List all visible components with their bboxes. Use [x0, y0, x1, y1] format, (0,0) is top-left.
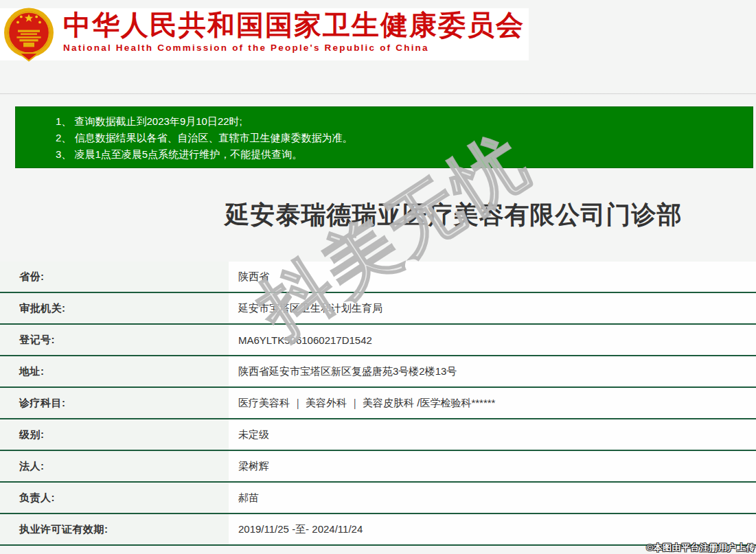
- table-row-legal-person: 法人: 梁树辉: [0, 451, 756, 483]
- field-label: 地址:: [0, 356, 229, 386]
- field-value: 陕西省延安市宝塔区新区复盛唐苑3号楼2楼13号: [229, 356, 756, 386]
- table-row-registration-number: 登记号: MA6YLTK5061060217D1542: [0, 325, 756, 356]
- field-value: 未定级: [229, 419, 756, 450]
- field-value: 郝苗: [229, 483, 756, 513]
- notice-item-2: 2、 信息数据结果以各省、自治区、直辖市卫生健康委数据为准。: [56, 130, 746, 146]
- field-value: 梁树辉: [229, 451, 756, 481]
- notice-item-3: 3、 凌晨1点至凌晨5点系统进行维护，不能提供查询。: [56, 146, 746, 163]
- field-value: MA6YLTK5061060217D1542: [229, 325, 756, 355]
- table-row-address: 地址: 陕西省延安市宝塔区新区复盛唐苑3号楼2楼13号: [0, 356, 756, 388]
- national-emblem-icon: [1, 7, 56, 62]
- field-value: 2019/11/25 -至- 2024/11/24: [229, 514, 756, 544]
- field-label: 级别:: [0, 419, 229, 450]
- field-label: 登记号:: [0, 325, 229, 355]
- table-row-license-validity: 执业许可证有效期: 2019/11/25 -至- 2024/11/24: [0, 514, 756, 546]
- field-value: 陕西省: [229, 262, 756, 292]
- site-title-en: National Health Commission of the People…: [63, 43, 525, 53]
- notice-box: 1、 查询数据截止到2023年9月10日22时; 2、 信息数据结果以各省、自治…: [15, 106, 753, 168]
- site-header: 中华人民共和国国家卫生健康委员会 National Health Commiss…: [0, 8, 529, 60]
- table-row-level: 级别: 未定级: [0, 419, 756, 451]
- field-label: 审批机关:: [0, 293, 229, 323]
- field-label: 执业许可证有效期:: [0, 514, 229, 544]
- institution-name: 延安泰瑞德瑞亚医疗美容有限公司门诊部: [0, 198, 756, 232]
- field-label: 省份:: [0, 262, 229, 292]
- header-divider: [0, 93, 756, 95]
- site-title-cn: 中华人民共和国国家卫生健康委员会: [63, 9, 525, 41]
- field-label: 法人:: [0, 451, 229, 481]
- page: 中华人民共和国国家卫生健康委员会 National Health Commiss…: [0, 0, 756, 554]
- table-row-approval-authority: 审批机关: 延安市宝塔区卫生和计划生育局: [0, 293, 756, 325]
- table-row-person-in-charge: 负责人: 郝苗: [0, 483, 756, 514]
- info-table: 省份: 陕西省 审批机关: 延安市宝塔区卫生和计划生育局 登记号: MA6YLT…: [0, 262, 756, 546]
- field-label: 负责人:: [0, 483, 229, 513]
- table-row-province: 省份: 陕西省: [0, 262, 756, 293]
- copyright-note: ©本图由平台注册用户上传: [646, 542, 755, 554]
- table-row-clinical-departments: 诊疗科目: 医疗美容科 ｜ 美容外科 ｜ 美容皮肤科 /医学检验科******: [0, 388, 756, 419]
- field-value: 医疗美容科 ｜ 美容外科 ｜ 美容皮肤科 /医学检验科******: [229, 388, 756, 418]
- site-title-block[interactable]: 中华人民共和国国家卫生健康委员会 National Health Commiss…: [63, 9, 525, 53]
- field-value: 延安市宝塔区卫生和计划生育局: [229, 293, 756, 323]
- field-label: 诊疗科目:: [0, 388, 229, 418]
- notice-item-1: 1、 查询数据截止到2023年9月10日22时;: [56, 113, 746, 130]
